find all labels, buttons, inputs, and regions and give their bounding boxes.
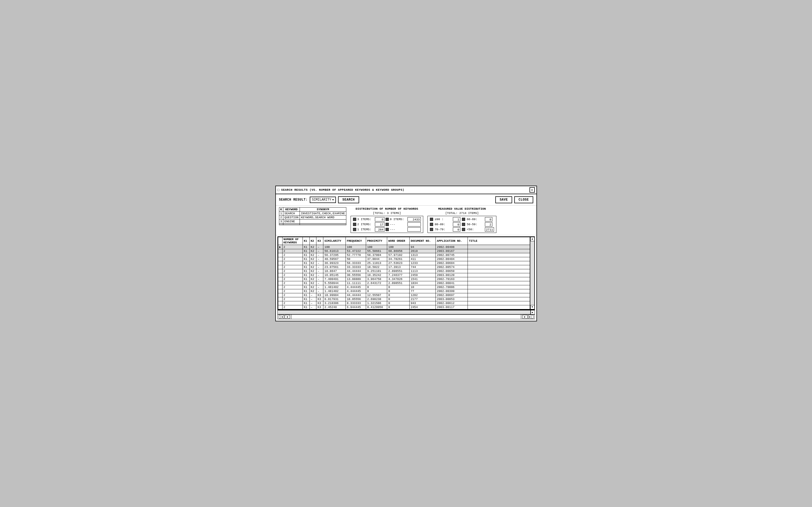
row3-title	[468, 257, 530, 261]
results-header-row: NUMBER OFKEYWORDS K1 K2 K3 SIMILARITY FR…	[278, 237, 530, 245]
results-data-row-7[interactable]: 2K1K2–16.0514530.5555610.352427.24637724…	[278, 273, 530, 277]
row14-title	[468, 301, 530, 305]
row10-doc-no: 10	[409, 285, 436, 289]
col-application-no-header: APPLICATION NO.	[436, 237, 468, 245]
results-data-row-4[interactable]: 2K1K2–36.9932358.3333325.1101327.5362312…	[278, 261, 530, 265]
scroll-right-button[interactable]: ▶	[530, 310, 535, 315]
row2-title	[468, 253, 530, 257]
row2-k3: –	[316, 253, 323, 257]
results-data-row-8[interactable]: 2K1K2–7.40049113.888893.9647584.34782615…	[278, 277, 530, 281]
row9-doc-no: 1834	[409, 281, 436, 285]
results-data-row-1[interactable]: 2K1K2–56.6161353.4722255.5066160.8695626…	[278, 249, 530, 253]
row5-similarity: 23.07561	[323, 265, 346, 269]
results-data-row-5[interactable]: 2K1K2–23.0756133.3333318.502217.39137442…	[278, 265, 530, 269]
row15-similarity: 2.45248	[323, 305, 346, 309]
results-data-row-11[interactable]: 2K1K2–1.4814824.44444500772002-00399	[278, 289, 530, 293]
results-data-row-12[interactable]: 2K1–K318.9998444.4444412.55507012822002-…	[278, 293, 530, 297]
row3-pointer	[278, 257, 282, 261]
row11-k1: K1	[303, 289, 309, 293]
row4-pointer	[278, 261, 282, 265]
distribution-subtitle: [TOTAL: 3 ITEMS]	[351, 212, 423, 215]
row2-frequency: 52.77778	[346, 253, 366, 257]
row13-k2: –	[309, 297, 316, 301]
kw-synonym-3	[300, 220, 346, 224]
row0-word-order: 100	[387, 245, 410, 249]
similarity-dropdown[interactable]: SIMILARITY ▼	[310, 196, 336, 203]
row7-k2: K2	[309, 273, 316, 277]
close-button[interactable]: CLOSE	[514, 196, 533, 203]
search-button[interactable]: SEARCH	[338, 196, 359, 203]
results-data-row-3[interactable]: 2K1K2–40.595675037.004434.782614112002-0…	[278, 257, 530, 261]
row9-k2: K2	[309, 281, 316, 285]
row13-num-kw: 2	[282, 297, 303, 301]
row13-doc-no: 2177	[409, 297, 436, 301]
row8-k2: K2	[309, 277, 316, 281]
row1-k2: K2	[309, 249, 316, 253]
row4-similarity: 36.99323	[323, 261, 346, 265]
nav-next-button[interactable]: ▶	[522, 315, 527, 319]
results-data-row-9[interactable]: 2K1K2–5.55094411.111112.6431722.89855118…	[278, 281, 530, 285]
results-data-row-0[interactable]: ▶ 2 K1 K2 – 100 100 100 100 94 2002-0040…	[278, 245, 530, 249]
nav-buttons-right: ▶ ▶|	[521, 315, 535, 319]
col-title-header: TITLE	[468, 237, 530, 245]
row4-k3: –	[316, 261, 323, 265]
row10-proximity: 0	[366, 285, 387, 289]
col-k3-header: K3	[316, 237, 323, 245]
col-proximity-header: PROXIMITY	[366, 237, 387, 245]
results-data-row-15[interactable]: 2K1–K32.452486.9444450.4129956024542003-…	[278, 305, 530, 309]
results-data-row-6[interactable]: 2K1K2–18.864744.444449.2511012.898551111…	[278, 269, 530, 273]
results-data-row-14[interactable]: 2K1–K33.2183068.3333331.32158609432002-0…	[278, 301, 530, 305]
row2-pointer	[278, 253, 282, 257]
dist-row-1items: 1 ITEMS: 264 ---	[353, 227, 421, 232]
row11-proximity: 0	[366, 289, 387, 293]
scroll-down-button[interactable]: ▼	[530, 305, 535, 309]
nav-first-button[interactable]: |◀	[279, 315, 284, 319]
row1-title	[468, 249, 530, 253]
row14-pointer	[278, 301, 282, 305]
results-data-row-2[interactable]: 2K1K2–56.3729552.7777858.3700457.9710213…	[278, 253, 530, 257]
meas-value-90: 1	[453, 217, 460, 221]
row4-frequency: 58.33333	[346, 261, 366, 265]
row1-pointer	[278, 249, 282, 253]
row5-k3: –	[316, 265, 323, 269]
row7-num-kw: 2	[282, 273, 303, 277]
results-data-row-10[interactable]: 2K1K2–1.4814824.44444500102002-70086	[278, 285, 530, 289]
row4-k1: K1	[303, 261, 309, 265]
keyword-row-2: 2 QUESTION KEYWORD,SEARCH WORD	[279, 216, 346, 220]
dist-row-2items: 2 ITEMS: 17 ---	[353, 222, 421, 227]
row13-word-order: 0	[387, 297, 410, 301]
scroll-up-button[interactable]: ▲	[530, 237, 535, 241]
results-table: NUMBER OFKEYWORDS K1 K2 K3 SIMILARITY FR…	[278, 237, 530, 309]
results-data-row-13[interactable]: 2K1–K36.91793118.055562.698238021772003-…	[278, 297, 530, 301]
measured-inner: ≥90 : 1 60-69: 0 80-89: 0 50-59:	[430, 217, 494, 232]
title-close-button[interactable]: ✕	[529, 187, 535, 192]
kw-keyword-5	[283, 224, 300, 225]
kw-keyword-1: SEARCH	[283, 212, 300, 216]
save-button[interactable]: SAVE	[495, 196, 512, 203]
row12-k2: –	[309, 293, 316, 297]
row14-k1: K1	[303, 301, 309, 305]
row2-word-order: 57.97102	[387, 253, 410, 257]
nav-prev-button[interactable]: ◀	[285, 315, 290, 319]
horizontal-scrollbar: ▶	[277, 310, 535, 315]
meas-value-80: 0	[453, 222, 460, 227]
title-bar: □ SEARCH RESULTS (VS. NUMBER OF APPEARED…	[276, 186, 537, 194]
meas-row-80: 80-89: 0 50-59: 2	[430, 222, 494, 227]
row12-title	[468, 293, 530, 297]
row8-num-kw: 2	[282, 277, 303, 281]
row10-k1: K1	[303, 285, 309, 289]
h-scroll-track[interactable]	[277, 310, 530, 315]
row13-title	[468, 297, 530, 301]
row12-doc-no: 1282	[409, 293, 436, 297]
row11-k2: K2	[309, 289, 316, 293]
col-num-kw-header: NUMBER OFKEYWORDS	[282, 237, 303, 245]
row15-k2: –	[309, 305, 316, 309]
keyword-row-5	[279, 224, 346, 225]
measured-box: ≥90 : 1 60-69: 0 80-89: 0 50-59:	[428, 216, 496, 233]
row14-num-kw: 2	[282, 301, 303, 305]
row11-app-no: 2002-00399	[436, 289, 468, 293]
dist-value-dash2	[408, 222, 421, 227]
distribution-section: DISTRIBUTION OF NUMBER OF KEYWORDS [TOTA…	[351, 207, 423, 233]
nav-last-button[interactable]: ▶|	[528, 315, 534, 319]
row5-proximity: 18.5022	[366, 265, 387, 269]
